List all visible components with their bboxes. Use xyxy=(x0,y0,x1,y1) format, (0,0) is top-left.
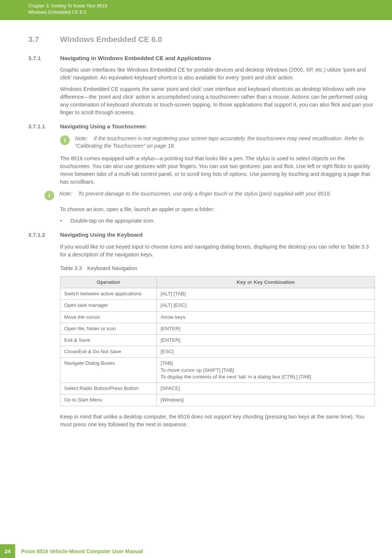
table-row: Open task manager[ALT] [ESC] xyxy=(60,300,375,311)
heading-number: 3.7 xyxy=(28,35,60,44)
table-cell-key: Arrow keys xyxy=(157,311,375,323)
table-row: Navigate Dialog Boxes[TAB]To move cursor… xyxy=(60,358,375,383)
table-header-operation: Operation xyxy=(60,276,157,288)
table-cell-operation: Open file, folder or icon xyxy=(60,323,157,334)
heading-number: 3.7.1 xyxy=(28,55,60,62)
heading-number: 3.7.1.1 xyxy=(28,123,60,129)
paragraph: The 8516 comes equipped with a stylus—a … xyxy=(60,155,375,186)
table-row: Close/Exit & Do Not Save[ESC] xyxy=(60,346,375,358)
paragraph: Graphic user interfaces like Windows Emb… xyxy=(60,66,375,82)
table-cell-key: [TAB]To move cursor up [SHIFT] [TAB]To d… xyxy=(157,358,375,383)
table-row: Select Radio Button/Press Button[SPACE] xyxy=(60,383,375,394)
paragraph: To choose an icon, open a file, launch a… xyxy=(60,206,375,213)
table-cell-operation: Go to Start Menu xyxy=(60,394,157,406)
paragraph: Keep in mind that unlike a desktop compu… xyxy=(60,413,375,429)
table-cell-operation: Open task manager xyxy=(60,300,157,311)
table-cell-key: [Windows] xyxy=(157,394,375,406)
page-number: 24 xyxy=(0,544,15,558)
note-callout: i Note: If the touchscreen is not regist… xyxy=(28,135,375,150)
header-chapter-line: Chapter 3: Getting To Know Your 8516 xyxy=(28,3,392,9)
table-row: Exit & Save[ENTER] xyxy=(60,335,375,346)
table-cell-operation: Close/Exit & Do Not Save xyxy=(60,346,157,358)
table-row: Move the cursorArrow keys xyxy=(60,311,375,323)
info-icon: i xyxy=(60,135,70,145)
heading-3-7: 3.7 Windows Embedded CE 6.0 xyxy=(28,35,375,44)
table-cell-operation: Select Radio Button/Press Button xyxy=(60,383,157,394)
table-cell-operation: Move the cursor xyxy=(60,311,157,323)
heading-title: Navigating Using a Touchscreen xyxy=(60,123,146,129)
page-header: Chapter 3: Getting To Know Your 8516 Win… xyxy=(0,0,392,20)
table-row: Open file, folder or icon[ENTER] xyxy=(60,323,375,334)
bullet-item: • Double-tap on the appropriate icon. xyxy=(60,217,375,225)
table-cell-operation: Switch between active applications xyxy=(60,288,157,300)
info-icon: i xyxy=(45,191,54,200)
table-cell-key: [ALT] [TAB] xyxy=(157,288,375,300)
heading-number: 3.7.1.2 xyxy=(28,232,60,238)
heading-3-7-1: 3.7.1 Navigating in Windows Embedded CE … xyxy=(28,55,375,62)
table-cell-key: [ENTER] xyxy=(157,335,375,346)
table-cell-key: [ESC] xyxy=(157,346,375,358)
table-cell-operation: Exit & Save xyxy=(60,335,157,346)
table-cell-key: [ENTER] xyxy=(157,323,375,334)
table-caption: Table 3.3 Keyboard Navigation xyxy=(60,265,375,272)
note-text: To prevent damage to the touchscreen, us… xyxy=(78,191,331,197)
note-label: Note: xyxy=(59,191,72,197)
heading-3-7-1-2: 3.7.1.2 Navigating Using the Keyboard xyxy=(28,232,375,238)
page-footer: 24 Psion 8516 Vehicle-Mount Computer Use… xyxy=(0,544,392,558)
heading-title: Windows Embedded CE 6.0 xyxy=(60,35,162,44)
paragraph: If you would like to use keyed input to … xyxy=(60,243,375,259)
table-cell-key: [SPACE] xyxy=(157,383,375,394)
footer-title: Psion 8516 Vehicle-Mount Computer User M… xyxy=(21,548,143,554)
keyboard-navigation-table: Operation Key or Key Combination Switch … xyxy=(60,276,375,406)
heading-title: Navigating in Windows Embedded CE and Ap… xyxy=(60,55,211,62)
note-label: Note: xyxy=(75,135,88,141)
table-row: Go to Start Menu[Windows] xyxy=(60,394,375,406)
heading-title: Navigating Using the Keyboard xyxy=(60,232,143,238)
note-text: If the touchscreen is not registering yo… xyxy=(75,135,363,149)
heading-3-7-1-1: 3.7.1.1 Navigating Using a Touchscreen xyxy=(28,123,375,129)
bullet-text: Double-tap on the appropriate icon. xyxy=(70,217,155,225)
table-header-key: Key or Key Combination xyxy=(157,276,375,288)
table-row: Switch between active applications[ALT] … xyxy=(60,288,375,300)
bullet-marker: • xyxy=(60,217,70,225)
table-cell-key: [ALT] [ESC] xyxy=(157,300,375,311)
page-content: 3.7 Windows Embedded CE 6.0 3.7.1 Naviga… xyxy=(0,20,392,429)
header-title-line: Windows Embedded CE 6.0 xyxy=(28,9,392,16)
table-cell-operation: Navigate Dialog Boxes xyxy=(60,358,157,383)
note-callout: i Note: To prevent damage to the touchsc… xyxy=(28,190,375,200)
paragraph: Windows Embedded CE supports the same ‘p… xyxy=(60,85,375,116)
